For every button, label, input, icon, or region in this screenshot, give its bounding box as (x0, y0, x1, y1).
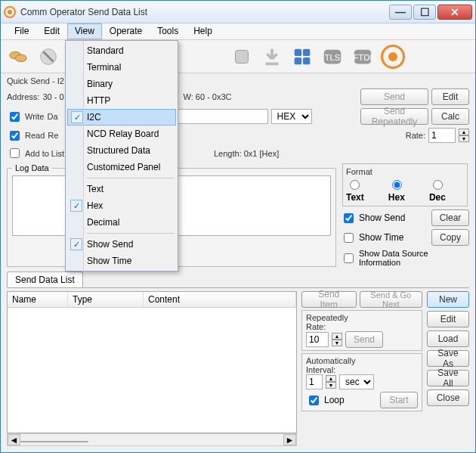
view-custom[interactable]: Customized Panel (67, 159, 176, 175)
edit-button[interactable]: Edit (431, 88, 469, 105)
new-button[interactable]: New (427, 291, 469, 308)
write-checkbox[interactable] (10, 112, 20, 122)
format-title: Format (346, 167, 464, 176)
saveas-button[interactable]: Save As (427, 350, 469, 367)
interval-input[interactable] (306, 374, 323, 389)
svg-rect-4 (236, 50, 249, 63)
toolbar-target-icon[interactable] (380, 44, 406, 70)
menu-tools[interactable]: Tools (150, 23, 186, 39)
toolbar-connect-icon[interactable] (5, 44, 31, 70)
logdata-legend: Log Data (12, 163, 52, 172)
svg-rect-6 (295, 48, 301, 55)
menu-edit[interactable]: Edit (36, 23, 67, 39)
rate-input[interactable] (428, 128, 456, 143)
toolbar-stop-icon[interactable] (36, 44, 61, 70)
minimize-button[interactable]: — (389, 5, 412, 20)
int-down[interactable]: ▼ (326, 382, 336, 389)
format-dec-radio[interactable] (433, 180, 443, 190)
rate-up[interactable]: ▲ (459, 129, 469, 135)
length-label: Length: 0x1 [Hex] (214, 149, 279, 158)
maximize-button[interactable]: ☐ (413, 5, 436, 20)
close-list-button[interactable]: Close (427, 389, 469, 406)
write-label: Write (25, 112, 44, 121)
read-label: Read (25, 131, 45, 140)
send-button[interactable]: Send (360, 88, 428, 105)
repeatedly-label: Repeatedly (306, 313, 418, 322)
window-title: Comm Operator Send Data List (20, 7, 389, 17)
send-repeatedly-button[interactable]: Send Repeatedly (360, 108, 428, 125)
calc-button[interactable]: Calc (431, 108, 469, 125)
read-checkbox[interactable] (10, 131, 20, 141)
col-type[interactable]: Type (68, 292, 144, 307)
close-button[interactable]: ✕ (437, 5, 472, 20)
scroll-thumb[interactable] (20, 441, 88, 442)
tab-senddatalist[interactable]: Send Data List (7, 271, 83, 287)
view-hex[interactable]: ✓Hex (67, 197, 176, 214)
app-icon (4, 6, 16, 18)
menu-file[interactable]: File (7, 23, 36, 39)
loop-checkbox[interactable] (309, 396, 319, 405)
list-edit-button[interactable]: Edit (427, 311, 469, 327)
col-content[interactable]: Content (144, 292, 296, 307)
data-input[interactable] (178, 109, 268, 124)
load-button[interactable]: Load (427, 330, 469, 347)
rep-send-button[interactable]: Send (345, 331, 383, 348)
toolbar-tls-icon[interactable]: TLS (320, 44, 345, 70)
re-label: Re (48, 131, 58, 140)
clear-button[interactable]: Clear (431, 209, 469, 226)
address-value: 30 - 0 (42, 92, 63, 101)
toolbar-ftdi-icon[interactable]: FTDI (350, 44, 376, 70)
view-terminal[interactable]: Terminal (67, 59, 176, 76)
auto-label: Automatically (306, 356, 418, 365)
address-label: Address: (7, 92, 39, 101)
sendgonext-button[interactable]: Send & Go Next (360, 291, 422, 308)
scroll-left-icon[interactable]: ◄ (8, 434, 20, 445)
view-i2c[interactable]: ✓I2C (67, 109, 176, 126)
tabbar: Send Data List (7, 271, 469, 288)
toolbar-square-icon[interactable] (229, 44, 255, 70)
titlebar: Comm Operator Send Data List — ☐ ✕ (1, 1, 475, 23)
senddata-table[interactable]: Name Type Content (7, 291, 297, 433)
rep-rate-input[interactable] (306, 332, 329, 347)
showdsi-checkbox[interactable] (344, 253, 354, 263)
col-name[interactable]: Name (8, 292, 68, 307)
scroll-right-icon[interactable]: ► (283, 434, 296, 445)
hex-select[interactable]: HEX (271, 109, 312, 124)
rate-label: Rate: (406, 131, 425, 140)
menu-operate[interactable]: Operate (102, 23, 150, 39)
rep-rate-down[interactable]: ▼ (332, 340, 342, 346)
format-text-radio[interactable] (350, 180, 360, 190)
format-fieldset: Format Text Hex Dec (342, 163, 468, 206)
view-standard[interactable]: Standard (67, 42, 176, 59)
da-label: Da (47, 112, 57, 121)
format-hex-radio[interactable] (392, 180, 402, 190)
menu-help[interactable]: Help (186, 23, 220, 39)
svg-text:FTDI: FTDI (354, 52, 372, 61)
view-structured[interactable]: Structured Data (67, 142, 176, 159)
hscrollbar[interactable]: ◄ ► (7, 433, 297, 446)
rate-down[interactable]: ▼ (459, 135, 469, 142)
view-decimal[interactable]: Decimal (67, 214, 176, 231)
addtolist-checkbox[interactable] (10, 148, 20, 158)
rep-rate-up[interactable]: ▲ (332, 333, 342, 340)
start-button[interactable]: Start (380, 392, 418, 408)
toolbar-download-icon[interactable] (259, 44, 285, 70)
saveall-button[interactable]: Save All (427, 370, 469, 386)
copy-button[interactable]: Copy (431, 229, 469, 246)
showsend-checkbox[interactable] (344, 213, 354, 223)
unit-select[interactable]: sec (339, 374, 374, 389)
menu-view[interactable]: View (67, 23, 102, 39)
toolbar-calc-icon[interactable] (289, 44, 315, 70)
svg-point-1 (15, 54, 26, 61)
view-http[interactable]: HTTP (67, 92, 176, 109)
senditem-button[interactable]: Send Item (301, 291, 357, 308)
view-text[interactable]: Text (67, 181, 176, 197)
view-showsend[interactable]: ✓Show Send (67, 236, 176, 253)
view-showtime[interactable]: Show Time (67, 253, 176, 269)
showtime-checkbox[interactable] (344, 233, 354, 243)
view-ncd[interactable]: NCD Relay Board (67, 126, 176, 142)
view-binary[interactable]: Binary (67, 76, 176, 92)
svg-rect-7 (303, 48, 310, 55)
int-up[interactable]: ▲ (326, 375, 336, 382)
svg-rect-5 (266, 62, 279, 65)
